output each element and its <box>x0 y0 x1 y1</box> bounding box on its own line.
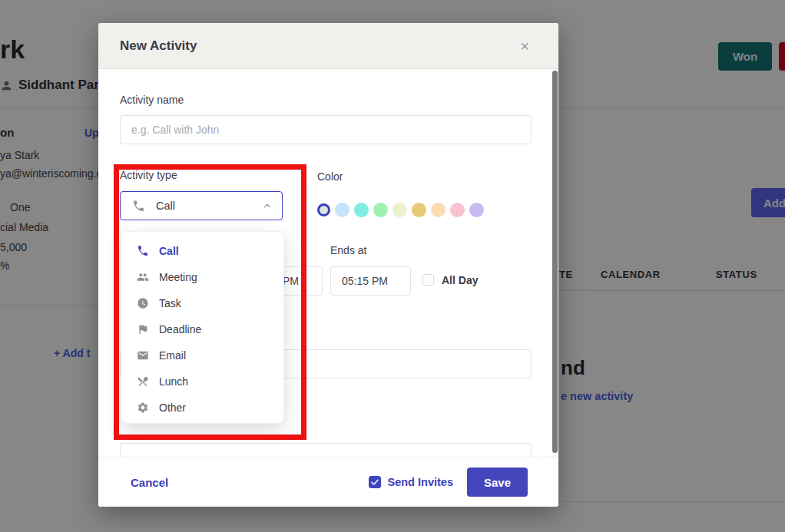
send-invites-label: Send Invites <box>388 476 453 488</box>
description-input[interactable] <box>120 443 532 457</box>
activity-name-label: Activity name <box>120 94 184 106</box>
ends-at-input[interactable] <box>330 266 411 296</box>
annotation-red-box <box>114 164 306 440</box>
modal-header: New Activity × <box>98 23 558 69</box>
color-swatch[interactable] <box>354 203 369 217</box>
check-icon <box>370 477 379 487</box>
color-swatch-selected[interactable] <box>317 203 330 216</box>
color-swatch[interactable] <box>335 203 349 217</box>
color-swatch[interactable] <box>450 203 465 217</box>
close-icon[interactable]: × <box>515 37 534 55</box>
color-swatch[interactable] <box>431 203 445 217</box>
modal-scrollbar-track[interactable] <box>551 69 558 457</box>
activity-name-input[interactable] <box>120 115 532 144</box>
color-swatch[interactable] <box>392 203 407 217</box>
modal-scrollbar-thumb[interactable] <box>552 71 558 453</box>
color-swatch[interactable] <box>469 203 484 217</box>
cancel-button[interactable]: Cancel <box>131 476 168 489</box>
all-day-checkbox[interactable] <box>422 274 434 286</box>
modal-title: New Activity <box>120 23 197 69</box>
color-swatch-row <box>317 200 484 219</box>
send-invites-group: Send Invites <box>369 476 453 488</box>
modal-footer: Cancel Send Invites Save <box>98 457 558 507</box>
color-label: Color <box>317 170 343 183</box>
color-swatch[interactable] <box>373 203 388 217</box>
ends-at-label: Ends at <box>330 244 366 256</box>
send-invites-checkbox[interactable] <box>369 476 381 488</box>
all-day-label: All Day <box>442 274 478 286</box>
color-swatch[interactable] <box>412 203 426 217</box>
screen: rk Siddhant Parya on Upd ya Starkya@wint… <box>0 0 785 532</box>
save-button[interactable]: Save <box>467 468 528 497</box>
